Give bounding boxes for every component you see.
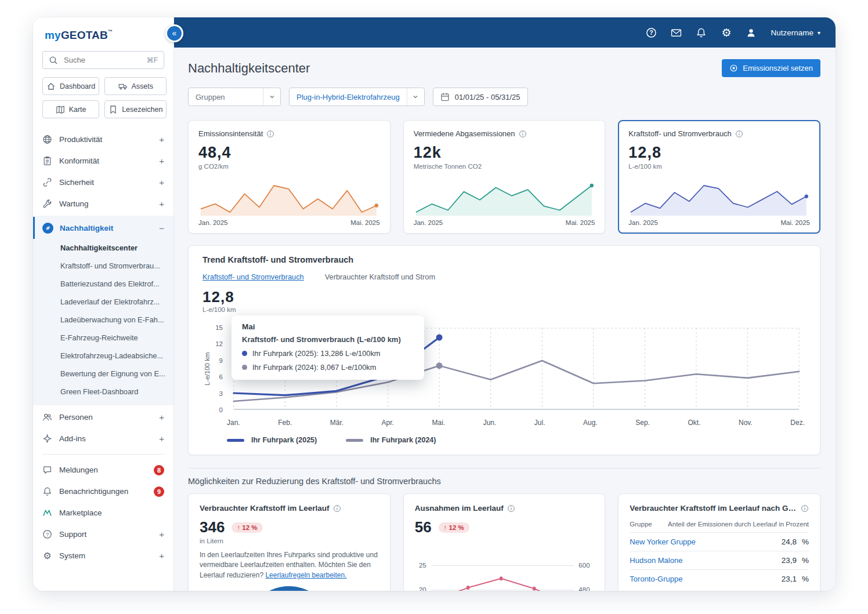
add-ins-icon xyxy=(42,434,52,444)
trend-value: 12,8 xyxy=(202,288,806,306)
sidebar-subitem-ladeabsicherung[interactable]: Elektrofahrzeug-Ladeabsiche... xyxy=(33,347,173,365)
sidebar-item-label: Sicherheit xyxy=(59,178,94,187)
sidebar-item-system[interactable]: ⚙ System + xyxy=(33,545,173,566)
notifications-count-badge: 9 xyxy=(154,486,164,497)
sidebar-subitem-kraftstoff-stromverbrauch[interactable]: Kraftstoff- und Stromverbrau... xyxy=(33,257,173,275)
y-axis-tick: 0 xyxy=(219,406,223,413)
sidebar-item-add-ins[interactable]: Add-ins + xyxy=(33,428,173,449)
search-shortcut-hint: ⌘F xyxy=(147,56,158,64)
sidebar-item-produktivitaet[interactable]: Produktivität + xyxy=(33,129,173,150)
sidebar-item-benachrichtigungen[interactable]: Benachrichtigungen 9 xyxy=(33,481,173,502)
info-icon[interactable] xyxy=(333,504,341,513)
assets-button[interactable]: Assets xyxy=(104,77,167,95)
sidebar-subitem-nachhaltigkeitscenter[interactable]: Nachhaltigkeitscenter xyxy=(33,239,173,257)
kpi-card-vermiedene-abgasemissionen[interactable]: Vermiedene Abgasemissionen 12k Metrische… xyxy=(403,120,606,234)
tab-verbrauchter-kraftstoff-und-strom[interactable]: Verbrauchter Kraftstoff und Strom xyxy=(325,273,435,281)
group-link[interactable]: Hudson Malone xyxy=(630,556,682,565)
collapse-sidebar-button[interactable]: « xyxy=(165,24,183,42)
user-icon[interactable] xyxy=(746,27,757,38)
bell-icon[interactable] xyxy=(696,27,707,38)
map-icon xyxy=(56,105,65,114)
sidebar-subitem-eignung[interactable]: Bewertung der Eignung von E... xyxy=(33,365,173,383)
plus-icon[interactable]: + xyxy=(159,199,164,208)
group-link[interactable]: New Yorker Gruppe xyxy=(630,537,695,546)
sidebar-subitem-batteriezustand[interactable]: Batteriezustand des Elektrof... xyxy=(33,275,173,293)
x-axis-tick: Feb. xyxy=(278,419,292,427)
groups-select[interactable]: Gruppen xyxy=(188,88,281,106)
table-row: Hudson Malone 23,9% xyxy=(630,551,809,569)
bookmarks-button[interactable]: Lesezeichen xyxy=(104,100,167,118)
kpi-start-label: Jan. 2025 xyxy=(198,219,228,226)
sidebar-subitem-green-fleet[interactable]: Green Fleet-Dashboard xyxy=(33,383,173,401)
section-divider xyxy=(188,468,820,468)
date-range-picker[interactable]: 01/01/25 - 05/31/25 xyxy=(433,88,528,106)
sidebar-item-wartung[interactable]: Wartung + xyxy=(33,193,173,215)
group-value: 23,9 xyxy=(782,556,797,565)
y-axis-tick: 9 xyxy=(219,357,223,364)
kpi-title: Emissionsintensität xyxy=(198,129,263,138)
plus-icon[interactable]: + xyxy=(159,135,164,144)
idle-by-group-card: Verbrauchter Kraftstoff im Leerlauf nach… xyxy=(618,493,820,591)
minus-icon[interactable]: − xyxy=(159,224,164,232)
info-icon[interactable] xyxy=(735,130,743,138)
dashboard-button[interactable]: Dashboard xyxy=(42,77,99,95)
app-window: myGEOTAB™ ⌘F Dashboard Assets Karte xyxy=(33,17,836,591)
sidebar: myGEOTAB™ ⌘F Dashboard Assets Karte xyxy=(33,17,174,591)
table-row: Toronto-Gruppe 23,1% xyxy=(630,569,809,588)
truck-icon xyxy=(118,82,128,91)
sidebar-subitem-ladeverlauf[interactable]: Ladeverlauf der Elektrofahrz... xyxy=(33,293,173,311)
sidebar-subitem-reichweite[interactable]: E-Fahrzeug-Reichweite xyxy=(33,329,173,347)
user-menu[interactable]: Nutzername ▾ xyxy=(771,28,820,37)
sidebar-item-personen[interactable]: Personen + xyxy=(33,406,173,428)
kpi-title: Kraftstoff- und Stromverbrauch xyxy=(628,129,732,138)
sustainability-section: Nachhaltigkeit − Nachhaltigkeitscenter K… xyxy=(33,216,173,405)
page-title: Nachhaltigkeitscenter xyxy=(188,61,310,76)
plus-icon[interactable]: + xyxy=(159,530,164,539)
x-axis-tick: Jan. xyxy=(227,419,240,427)
set-emission-target-button[interactable]: Emissionsziel setzen xyxy=(722,59,820,77)
edit-idle-rules-link[interactable]: Leerlaufregeln bearbeiten. xyxy=(265,571,346,579)
quick-link-label: Assets xyxy=(132,82,154,90)
plus-icon[interactable]: + xyxy=(159,551,164,560)
wrench-icon xyxy=(42,199,52,209)
sidebar-item-meldungen[interactable]: Meldungen 8 xyxy=(33,459,173,481)
search-input[interactable] xyxy=(63,55,142,65)
sidebar-item-konformitaet[interactable]: Konformität + xyxy=(33,150,173,172)
chevron-down-icon xyxy=(263,88,280,106)
calendar-icon xyxy=(440,92,450,101)
info-icon[interactable] xyxy=(507,504,515,513)
plus-icon[interactable]: + xyxy=(159,157,164,165)
legend-label-2025: Ihr Fuhrpark (2025) xyxy=(251,436,317,444)
bell-icon xyxy=(42,486,52,496)
idle-exceptions-line xyxy=(431,548,573,591)
idle-fuel-value: 346 xyxy=(200,518,225,536)
info-icon[interactable] xyxy=(519,130,527,138)
trend-unit: L-e/100 km xyxy=(202,306,806,313)
mail-icon[interactable] xyxy=(671,27,682,38)
kpi-card-emissionsintensitaet[interactable]: Emissionsintensität 48,4 g CO2/km Jan. 2… xyxy=(188,120,390,234)
plus-icon[interactable]: + xyxy=(159,413,164,422)
sidebar-item-label: Nachhaltigkeit xyxy=(60,224,113,232)
idle-by-group-table: Gruppe Anteil der Emissionen durch Leerl… xyxy=(630,521,809,588)
kpi-card-kraftstoff-stromverbrauch[interactable]: Kraftstoff- und Stromverbrauch 12,8 L-e/… xyxy=(618,120,820,234)
logo-trademark: ™ xyxy=(108,29,113,34)
sidebar-item-marketplace[interactable]: Marketplace xyxy=(33,502,173,524)
plus-icon[interactable]: + xyxy=(159,178,164,187)
sidebar-item-nachhaltigkeit[interactable]: Nachhaltigkeit − xyxy=(33,217,173,239)
sidebar-item-support[interactable]: ? Support + xyxy=(33,524,173,545)
help-icon[interactable]: ? xyxy=(646,27,657,38)
tab-kraftstoff-und-stromverbrauch[interactable]: Kraftstoff- und Stromverbrauch xyxy=(202,273,304,281)
map-button[interactable]: Karte xyxy=(42,100,99,118)
info-icon[interactable] xyxy=(801,504,809,513)
group-value: 24,8 xyxy=(782,537,797,546)
sidebar-item-sicherheit[interactable]: Sicherheit + xyxy=(33,172,173,193)
group-link[interactable]: Toronto-Gruppe xyxy=(630,575,682,583)
x-axis-tick: Sep. xyxy=(635,419,650,427)
clipboard-icon xyxy=(42,156,52,166)
tooltip-row-label: Ihr Fuhrpark (2024): 8,067 L-e/100km xyxy=(252,363,376,372)
vehicle-type-select[interactable]: Plug-in-Hybrid-Elektrofahrzeug xyxy=(289,88,425,106)
gear-icon[interactable]: ⚙ xyxy=(721,27,732,38)
plus-icon[interactable]: + xyxy=(159,434,164,443)
info-icon[interactable] xyxy=(266,130,274,138)
sidebar-subitem-ladeueberwachung[interactable]: Ladeüberwachung von E-Fah... xyxy=(33,311,173,329)
